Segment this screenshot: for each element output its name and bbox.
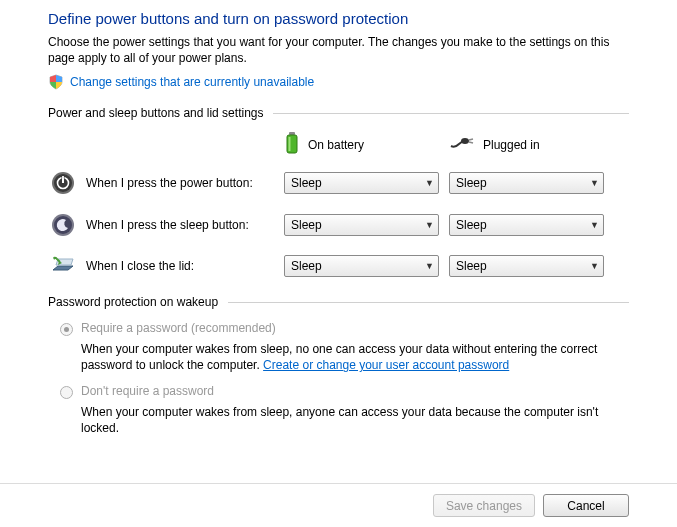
lid-icon — [48, 256, 78, 276]
dont-require-password-desc: When your computer wakes from sleep, any… — [81, 404, 629, 436]
select-value: Sleep — [456, 176, 487, 190]
select-value: Sleep — [456, 218, 487, 232]
svg-line-4 — [469, 139, 473, 140]
power-battery-select[interactable]: Sleep ▼ — [284, 172, 439, 194]
plug-icon — [449, 136, 475, 153]
divider — [228, 302, 629, 303]
power-button-icon — [48, 171, 78, 195]
chevron-down-icon: ▼ — [425, 220, 434, 230]
col-plugged-label: Plugged in — [483, 138, 540, 152]
chevron-down-icon: ▼ — [590, 261, 599, 271]
page-title: Define power buttons and turn on passwor… — [48, 10, 629, 27]
cancel-button[interactable]: Cancel — [543, 494, 629, 517]
lid-plugged-select[interactable]: Sleep ▼ — [449, 255, 604, 277]
lid-label: When I close the lid: — [78, 259, 284, 273]
dont-require-password-label: Don't require a password — [81, 384, 214, 398]
chevron-down-icon: ▼ — [590, 220, 599, 230]
svg-line-5 — [469, 142, 473, 143]
col-battery-label: On battery — [308, 138, 364, 152]
dont-require-password-radio — [60, 386, 73, 399]
power-plugged-select[interactable]: Sleep ▼ — [449, 172, 604, 194]
change-settings-link[interactable]: Change settings that are currently unava… — [70, 75, 314, 89]
section-buttons-lid-title: Power and sleep buttons and lid settings — [48, 106, 263, 120]
save-changes-button: Save changes — [433, 494, 535, 517]
select-value: Sleep — [291, 176, 322, 190]
power-button-label: When I press the power button: — [78, 176, 284, 190]
svg-point-3 — [461, 138, 469, 144]
sleep-battery-select[interactable]: Sleep ▼ — [284, 214, 439, 236]
require-password-desc: When your computer wakes from sleep, no … — [81, 341, 629, 373]
chevron-down-icon: ▼ — [425, 261, 434, 271]
section-password-title: Password protection on wakeup — [48, 295, 218, 309]
divider — [273, 113, 629, 114]
page-description: Choose the power settings that you want … — [48, 35, 629, 66]
create-change-password-link[interactable]: Create or change your user account passw… — [263, 358, 509, 372]
sleep-button-label: When I press the sleep button: — [78, 218, 284, 232]
lid-battery-select[interactable]: Sleep ▼ — [284, 255, 439, 277]
select-value: Sleep — [291, 218, 322, 232]
chevron-down-icon: ▼ — [590, 178, 599, 188]
require-password-radio — [60, 323, 73, 336]
battery-icon — [284, 132, 300, 157]
select-value: Sleep — [291, 259, 322, 273]
chevron-down-icon: ▼ — [425, 178, 434, 188]
require-password-label: Require a password (recommended) — [81, 321, 276, 335]
sleep-plugged-select[interactable]: Sleep ▼ — [449, 214, 604, 236]
sleep-button-icon — [48, 213, 78, 237]
shield-icon — [48, 74, 64, 90]
select-value: Sleep — [456, 259, 487, 273]
svg-rect-2 — [289, 137, 291, 151]
